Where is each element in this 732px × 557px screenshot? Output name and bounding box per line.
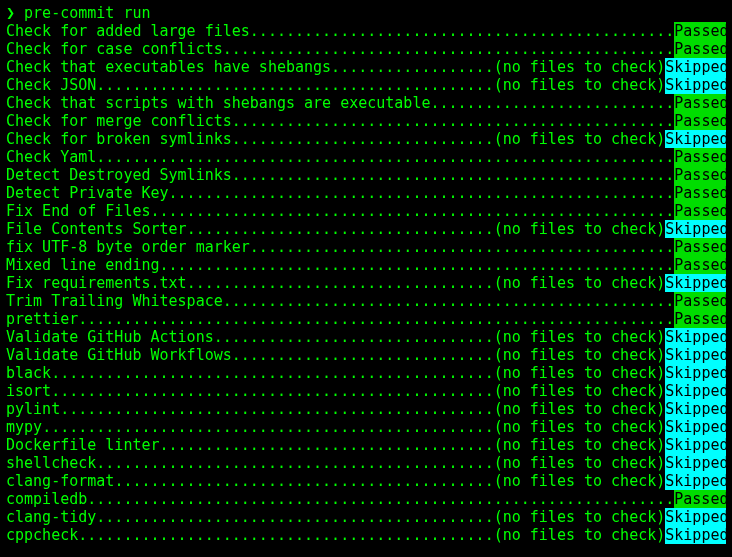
hook-status: Passed <box>674 292 726 310</box>
hook-note: (no files to check) <box>494 400 666 418</box>
dots-filler: ........................................… <box>151 202 675 220</box>
hooks-output: Check for added large files.............… <box>6 22 726 544</box>
dots-filler: .................. <box>331 58 494 76</box>
hook-note: (no files to check) <box>494 274 666 292</box>
hook-name: Check Yaml <box>6 148 96 166</box>
hook-row: Dockerfile linter.......................… <box>6 436 726 454</box>
hook-row: Validate GitHub Workflows...............… <box>6 346 726 364</box>
dots-filler: ............................. <box>232 130 494 148</box>
hook-status: Passed <box>674 202 726 220</box>
hook-status: Skipped <box>665 436 726 454</box>
dots-filler: ........................................… <box>51 382 494 400</box>
prompt-symbol: ❯ <box>6 4 15 22</box>
dots-filler: ........................................… <box>42 418 494 436</box>
hook-row: Check for case conflicts................… <box>6 40 726 58</box>
hook-name: File Contents Sorter <box>6 220 187 238</box>
hook-name: Check that scripts with shebangs are exe… <box>6 94 430 112</box>
dots-filler: .................................. <box>187 220 494 238</box>
dots-filler: ........................................… <box>160 256 675 274</box>
dots-filler: ........................................… <box>96 148 674 166</box>
hook-row: isort...................................… <box>6 382 726 400</box>
hook-row: Fix End of Files........................… <box>6 202 726 220</box>
hook-row: Detect Destroyed Symlinks...............… <box>6 166 726 184</box>
command-text: pre-commit run <box>24 4 150 22</box>
hook-status: Passed <box>674 490 726 508</box>
hook-name: Check for added large files <box>6 22 250 40</box>
hook-status: Passed <box>674 256 726 274</box>
dots-filler: ........................................… <box>78 526 493 544</box>
hook-status: Passed <box>674 184 726 202</box>
dots-filler: ........................................… <box>232 112 675 130</box>
hook-row: pylint..................................… <box>6 400 726 418</box>
hook-row: Check for added large files.............… <box>6 22 726 40</box>
dots-filler: ........................................… <box>96 454 493 472</box>
hook-note: (no files to check) <box>494 436 666 454</box>
hook-row: clang-tidy..............................… <box>6 508 726 526</box>
hook-row: Check that executables have shebangs....… <box>6 58 726 76</box>
hook-row: Check that scripts with shebangs are exe… <box>6 94 726 112</box>
hook-name: Check that executables have shebangs <box>6 58 331 76</box>
hook-row: mypy....................................… <box>6 418 726 436</box>
hook-note: (no files to check) <box>494 220 666 238</box>
hook-row: cppcheck................................… <box>6 526 726 544</box>
hook-name: clang-format <box>6 472 114 490</box>
hook-note: (no files to check) <box>494 328 666 346</box>
hook-status: Passed <box>674 310 726 328</box>
hook-name: Dockerfile linter <box>6 436 160 454</box>
hook-name: Detect Destroyed Symlinks <box>6 166 232 184</box>
dots-filler: ............................. <box>232 346 494 364</box>
dots-filler: ............................... <box>214 328 494 346</box>
hook-status: Skipped <box>665 400 726 418</box>
hook-row: Validate GitHub Actions.................… <box>6 328 726 346</box>
dots-filler: ........................................… <box>96 508 493 526</box>
hook-status: Passed <box>674 112 726 130</box>
prompt-line: ❯ pre-commit run <box>6 4 726 22</box>
hook-row: compiledb...............................… <box>6 490 726 508</box>
hook-note: (no files to check) <box>494 58 666 76</box>
hook-row: Detect Private Key......................… <box>6 184 726 202</box>
hook-name: Fix requirements.txt <box>6 274 187 292</box>
hook-row: prettier................................… <box>6 310 726 328</box>
hook-note: (no files to check) <box>494 418 666 436</box>
hook-name: cppcheck <box>6 526 78 544</box>
hook-status: Skipped <box>665 346 726 364</box>
dots-filler: ........................................… <box>232 166 675 184</box>
dots-filler: ........................................… <box>51 364 494 382</box>
hook-name: fix UTF-8 byte order marker <box>6 238 250 256</box>
hook-note: (no files to check) <box>494 130 666 148</box>
hook-status: Skipped <box>665 274 726 292</box>
hook-note: (no files to check) <box>494 364 666 382</box>
hook-name: Trim Trailing Whitespace <box>6 292 223 310</box>
hook-status: Passed <box>674 166 726 184</box>
hook-status: Skipped <box>665 364 726 382</box>
dots-filler: ........................................… <box>169 184 675 202</box>
hook-row: fix UTF-8 byte order marker.............… <box>6 238 726 256</box>
dots-filler: ........................................… <box>114 472 493 490</box>
dots-filler: ........................................… <box>87 490 674 508</box>
hook-name: black <box>6 364 51 382</box>
hook-name: shellcheck <box>6 454 96 472</box>
hook-status: Skipped <box>665 130 726 148</box>
hook-note: (no files to check) <box>494 526 666 544</box>
hook-note: (no files to check) <box>494 508 666 526</box>
dots-filler: ........................................… <box>78 310 674 328</box>
dots-filler: ........................................… <box>250 22 674 40</box>
hook-status: Skipped <box>665 472 726 490</box>
hook-status: Skipped <box>665 220 726 238</box>
hook-name: Detect Private Key <box>6 184 169 202</box>
hook-name: mypy <box>6 418 42 436</box>
hook-status: Skipped <box>665 58 726 76</box>
hook-name: compiledb <box>6 490 87 508</box>
hook-name: Check for broken symlinks <box>6 130 232 148</box>
hook-status: Skipped <box>665 328 726 346</box>
hook-name: Check JSON <box>6 76 96 94</box>
hook-note: (no files to check) <box>494 472 666 490</box>
hook-row: Mixed line ending.......................… <box>6 256 726 274</box>
hook-status: Skipped <box>665 418 726 436</box>
hook-note: (no files to check) <box>494 454 666 472</box>
hook-row: shellcheck..............................… <box>6 454 726 472</box>
hook-name: Validate GitHub Actions <box>6 328 214 346</box>
hook-status: Skipped <box>665 526 726 544</box>
hook-status: Passed <box>674 148 726 166</box>
dots-filler: ........................................… <box>96 76 493 94</box>
